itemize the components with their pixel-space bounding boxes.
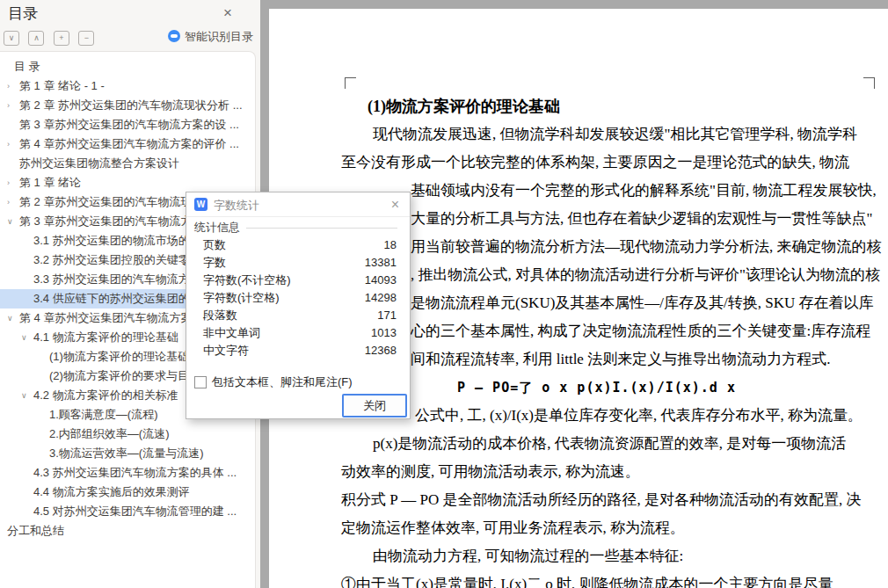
stat-value: 12368 <box>365 342 397 359</box>
doc-line: 公式中, 工, (x)/I(x)是单位库存变化率, 代表库存分布水平, 称为流量… <box>415 402 888 430</box>
page-margin-mark-right <box>863 77 875 89</box>
doc-line: 至今没有形成一个比较完整的体系构架, 主要原因之一是理论范式的缺失, 物流 <box>341 149 888 177</box>
toc-prev-heading-button[interactable]: ∨ <box>4 31 19 46</box>
chevron-right-icon: › <box>7 140 19 149</box>
toc-item[interactable]: 2.内部组织效率—(流速) <box>0 425 255 444</box>
stat-label: 中文字符 <box>203 342 249 359</box>
stat-row: 段落数171 <box>203 307 397 324</box>
toc-item[interactable]: 分工和总结 <box>0 521 255 541</box>
close-button[interactable]: 关闭 <box>342 394 407 417</box>
toc-next-heading-button[interactable]: ∧ <box>28 31 44 46</box>
doc-line: ①由于当工(x)是常量时, I.(x)二 o 时, 则降低物流成本的一个主要方向… <box>341 570 888 588</box>
stat-row: 中文字符12368 <box>203 342 397 359</box>
plus-icon: + <box>59 33 63 42</box>
doc-line: 心的三个基本属性, 构成了决定物流流程性质的三个关键变量:库存流程 <box>411 317 888 345</box>
toc-item[interactable]: 4.4 物流方案实施后的效果测评 <box>0 483 255 502</box>
stats-table: 页数18 字数13381 字符数(不计空格)14093 字符数(计空格)1429… <box>203 236 397 359</box>
doc-line: 是物流流程单元(SKU)及其基本属性—/库存及其/转换, SKU 存在着以库 <box>411 289 888 317</box>
doc-formula: P — PO=了 o x p(x)I.(x)/I(x).d x <box>457 374 888 402</box>
stat-label: 页数 <box>203 236 226 254</box>
page-margin-mark-left <box>345 77 356 89</box>
dialog-titlebar: W 字数统计 × <box>186 192 410 217</box>
stat-value: 14093 <box>365 272 397 289</box>
stat-row: 非中文单词1013 <box>203 324 397 342</box>
chevron-right-icon: › <box>7 82 19 91</box>
chevron-up-icon: ∧ <box>33 33 40 42</box>
minus-icon: − <box>84 33 89 42</box>
toc-item[interactable]: 目 录 <box>0 57 255 76</box>
stat-label: 字数 <box>203 254 226 272</box>
toc-item[interactable]: 4.5 对苏州交运集团汽车物流管理的建 ... <box>0 502 255 521</box>
doc-line: 间和流程流转率, 利用 little 法则来定义与推导出物流动力方程式. <box>411 345 888 374</box>
toc-item[interactable]: 苏州交运集团物流整合方案设计 <box>0 154 255 173</box>
chevron-down-icon: ∨ <box>9 33 15 42</box>
doc-line: 动效率的测度, 可用物流活动表示, 称为流速。 <box>341 458 888 486</box>
doc-line: 用当前较普遍的物流分析方法—现代物流动力学分析法, 来确定物流的核 <box>411 233 888 261</box>
toc-item[interactable]: ›第 1 章 绪论 - 1 - <box>0 76 255 96</box>
stat-value: 13381 <box>365 254 397 272</box>
word-count-dialog: W 字数统计 × 统计信息 页数18 字数13381 字符数(不计空格)1409… <box>186 192 411 419</box>
stat-label: 字符数(计空格) <box>203 289 280 307</box>
stat-value: 14298 <box>365 289 397 307</box>
stat-label: 字符数(不计空格) <box>203 272 291 289</box>
stats-section-label: 统计信息 <box>194 220 397 236</box>
include-textbox-footnote-checkbox-row: 包括文本框、脚注和尾注(F) <box>194 374 353 390</box>
doc-line: , 推出物流公式, 对具体的物流活动进行分析与评价"该理论认为物流的核 <box>411 261 888 289</box>
chevron-down-icon: ∨ <box>7 217 19 226</box>
smart-toc-label: 智能识别目录 <box>185 30 253 43</box>
chevron-down-icon: ∨ <box>21 333 33 342</box>
wps-logo-icon: W <box>194 198 207 211</box>
doc-heading: (1)物流方案评价的理论基础 <box>368 92 888 120</box>
chevron-down-icon: ∨ <box>21 391 33 400</box>
doc-line: p(x)是物流活动的成本价格, 代表物流资源配置的效率, 是对每一项物流活 <box>373 430 888 458</box>
checkbox-icon[interactable] <box>194 376 207 388</box>
stat-row: 字数13381 <box>203 254 397 272</box>
chevron-right-icon: › <box>7 198 19 207</box>
toc-toolbar: ∨ ∧ + − 智能识别目录 <box>4 28 260 46</box>
doc-line: 积分式 P — PO 是全部物流活动所经历的路径, 是对各种物流活动的有效配置,… <box>341 486 888 514</box>
document-text: (1)物流方案评价的理论基础 现代物流发展迅速, 但物流学科却发展较迟缓"相比其… <box>341 92 888 588</box>
chevron-right-icon: › <box>7 178 19 187</box>
smart-toc-button[interactable]: 智能识别目录 <box>168 29 253 45</box>
stat-label: 段落数 <box>203 307 237 324</box>
stat-row: 字符数(不计空格)14093 <box>203 272 397 289</box>
stat-row: 页数18 <box>203 236 397 254</box>
chevron-down-icon: ∨ <box>7 314 19 323</box>
toc-item[interactable]: 第 3 章苏州交运集团的汽车物流方案的设 ... <box>0 115 255 134</box>
toc-expand-all-button[interactable]: + <box>54 31 69 46</box>
dialog-title: 字数统计 <box>214 198 259 214</box>
doc-line: 定物流运作整体效率, 可用业务流程表示, 称为流程。 <box>341 514 888 542</box>
doc-line: 基础领域内没有一个完整的形式化的解释系统"目前, 物流工程发展较快, <box>411 177 888 205</box>
stat-label: 非中文单词 <box>203 324 260 342</box>
doc-line: 由物流动力方程, 可知物流过程的一些基本特征: <box>373 542 888 570</box>
toc-panel-title: 目录 <box>8 4 38 24</box>
chevron-right-icon: › <box>7 101 19 110</box>
toc-item[interactable]: 4.3 苏州交运集团汽车物流方案的具体 ... <box>0 463 255 483</box>
doc-line: 现代物流发展迅速, 但物流学科却发展较迟缓"相比其它管理学科, 物流学科 <box>373 120 888 149</box>
close-icon[interactable]: × <box>218 4 237 23</box>
stat-row: 字符数(计空格)14298 <box>203 289 397 307</box>
toc-item[interactable]: 3.物流运营效率—(流量与流速) <box>0 444 255 463</box>
stat-value: 171 <box>377 307 397 324</box>
smart-toc-robot-icon <box>168 30 180 42</box>
toc-item[interactable]: ›第 1 章 绪论 <box>0 173 255 192</box>
toc-item[interactable]: ›第 2 章 苏州交运集团的汽车物流现状分析 ... <box>0 96 255 115</box>
stat-value: 1013 <box>371 324 397 342</box>
stat-value: 18 <box>384 236 397 254</box>
toc-collapse-all-button[interactable]: − <box>78 31 94 46</box>
doc-line: 大量的分析工具与方法, 但也存在着缺少逻辑的宏观性与一贯性等缺点" <box>411 205 888 233</box>
toc-item[interactable]: ›第 4 章苏州交运集团汽车物流方案的评价 ... <box>0 134 255 154</box>
close-icon[interactable]: × <box>387 196 404 213</box>
checkbox-label: 包括文本框、脚注和尾注(F) <box>212 374 353 390</box>
